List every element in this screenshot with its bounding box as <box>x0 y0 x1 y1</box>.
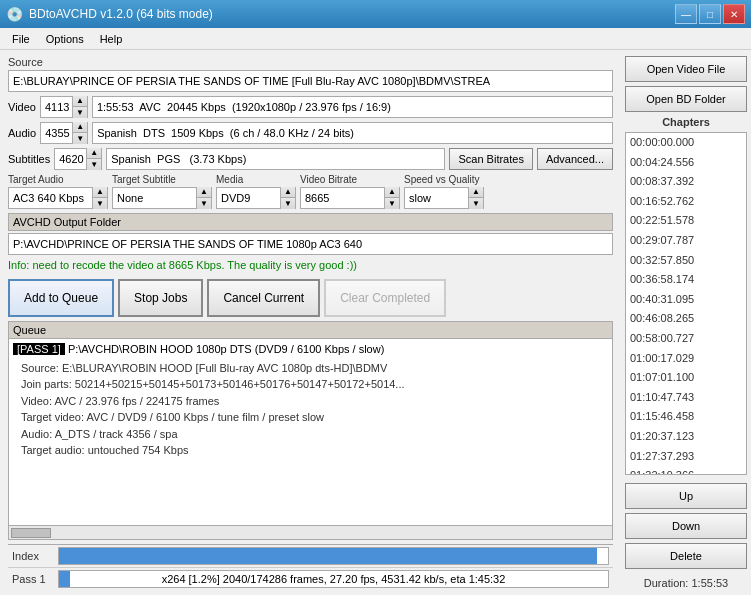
chapter-item-7[interactable]: 00:36:58.174 <box>626 270 746 290</box>
video-spin-value: 4113 <box>41 99 72 115</box>
audio-info[interactable] <box>92 122 613 144</box>
output-folder-path[interactable] <box>8 233 613 255</box>
speed-up[interactable]: ▲ <box>469 187 483 198</box>
cancel-current-button[interactable]: Cancel Current <box>207 279 320 317</box>
video-spin-down[interactable]: ▼ <box>73 107 87 118</box>
queue-line-2: Join parts: 50214+50215+50145+50173+5014… <box>13 376 608 393</box>
chapter-item-6[interactable]: 00:32:57.850 <box>626 251 746 271</box>
queue-line-6: Target audio: untouched 754 Kbps <box>13 442 608 459</box>
speed-value: slow <box>405 190 468 206</box>
subtitles-info[interactable] <box>106 148 445 170</box>
audio-spin-down[interactable]: ▼ <box>73 133 87 144</box>
app-title: BDtoAVCHD v1.2.0 (64 bits mode) <box>29 7 213 21</box>
pass-progress-bar-container: x264 [1.2%] 2040/174286 frames, 27.20 fp… <box>58 570 609 588</box>
target-audio-down[interactable]: ▼ <box>93 198 107 209</box>
chapter-item-2[interactable]: 00:08:37.392 <box>626 172 746 192</box>
chapter-item-5[interactable]: 00:29:07.787 <box>626 231 746 251</box>
chapter-item-9[interactable]: 00:46:08.265 <box>626 309 746 329</box>
output-folder-label: AVCHD Output Folder <box>8 213 613 231</box>
chapter-item-4[interactable]: 00:22:51.578 <box>626 211 746 231</box>
menu-options[interactable]: Options <box>38 31 92 47</box>
close-button[interactable]: ✕ <box>723 4 745 24</box>
chapter-item-15[interactable]: 01:20:37.123 <box>626 427 746 447</box>
video-bitrate-value: 8665 <box>301 190 384 206</box>
media-value: DVD9 <box>217 190 280 206</box>
chapter-item-0[interactable]: 00:00:00.000 <box>626 133 746 153</box>
target-subtitle-up[interactable]: ▲ <box>197 187 211 198</box>
down-button[interactable]: Down <box>625 513 747 539</box>
scrollbar-thumb[interactable] <box>11 528 51 538</box>
source-label: Source <box>8 56 613 68</box>
window-controls: — □ ✕ <box>675 4 745 24</box>
minimize-button[interactable]: — <box>675 4 697 24</box>
audio-spin-up[interactable]: ▲ <box>73 122 87 133</box>
chapters-title: Chapters <box>625 116 747 128</box>
media-label: Media <box>216 174 296 185</box>
chapter-item-17[interactable]: 01:32:19.366 <box>626 466 746 475</box>
target-subtitle-label: Target Subtitle <box>112 174 212 185</box>
index-progress-label: Index <box>12 550 54 562</box>
media-up[interactable]: ▲ <box>281 187 295 198</box>
speed-label: Speed vs Quality <box>404 174 484 185</box>
pass-progress-label: Pass 1 <box>12 573 54 585</box>
pass-progress-text: x264 [1.2%] 2040/174286 frames, 27.20 fp… <box>59 571 608 587</box>
delete-button[interactable]: Delete <box>625 543 747 569</box>
video-bitrate-down[interactable]: ▼ <box>385 198 399 209</box>
index-progress-bar-container <box>58 547 609 565</box>
target-audio-value: AC3 640 Kbps <box>9 190 92 206</box>
chapter-item-11[interactable]: 01:00:17.029 <box>626 349 746 369</box>
queue-line-0: P:\AVCHD\ROBIN HOOD 1080p DTS (DVD9 / 61… <box>68 343 384 355</box>
video-bitrate-up[interactable]: ▲ <box>385 187 399 198</box>
menu-file[interactable]: File <box>4 31 38 47</box>
queue-line-1: Source: E:\BLURAY\ROBIN HOOD [Full Blu-r… <box>13 360 608 377</box>
chapter-item-12[interactable]: 01:07:01.100 <box>626 368 746 388</box>
index-progress-bar <box>59 548 597 564</box>
duration-text: Duration: 1:55:53 <box>625 577 747 589</box>
chapter-item-16[interactable]: 01:27:37.293 <box>626 447 746 467</box>
chapter-item-10[interactable]: 00:58:00.727 <box>626 329 746 349</box>
video-spin-up[interactable]: ▲ <box>73 96 87 107</box>
queue-list: [PASS 1] P:\AVCHD\ROBIN HOOD 1080p DTS (… <box>9 339 612 525</box>
queue-horizontal-scrollbar[interactable] <box>8 526 613 540</box>
subtitles-spin-value: 4620 <box>55 151 86 167</box>
video-bitrate-label: Video Bitrate <box>300 174 400 185</box>
chapter-item-1[interactable]: 00:04:24.556 <box>626 153 746 173</box>
subtitles-spin-down[interactable]: ▼ <box>87 159 101 170</box>
chapter-item-13[interactable]: 01:10:47.743 <box>626 388 746 408</box>
queue-pass-badge: [PASS 1] <box>13 343 65 355</box>
audio-spin-value: 4355 <box>41 125 72 141</box>
target-audio-up[interactable]: ▲ <box>93 187 107 198</box>
open-video-file-button[interactable]: Open Video File <box>625 56 747 82</box>
advanced-button[interactable]: Advanced... <box>537 148 613 170</box>
target-subtitle-down[interactable]: ▼ <box>197 198 211 209</box>
speed-down[interactable]: ▼ <box>469 198 483 209</box>
add-to-queue-button[interactable]: Add to Queue <box>8 279 114 317</box>
chapters-list[interactable]: 00:00:00.000 00:04:24.556 00:08:37.392 0… <box>625 132 747 475</box>
info-text: Info: need to recode the video at 8665 K… <box>8 259 613 271</box>
menu-help[interactable]: Help <box>92 31 131 47</box>
audio-label: Audio <box>8 127 36 139</box>
chapter-item-3[interactable]: 00:16:52.762 <box>626 192 746 212</box>
media-down[interactable]: ▼ <box>281 198 295 209</box>
clear-completed-button[interactable]: Clear Completed <box>324 279 446 317</box>
app-icon: 💿 <box>6 6 23 22</box>
stop-jobs-button[interactable]: Stop Jobs <box>118 279 203 317</box>
target-subtitle-value: None <box>113 190 196 206</box>
queue-line-3: Video: AVC / 23.976 fps / 224175 frames <box>13 393 608 410</box>
open-bd-folder-button[interactable]: Open BD Folder <box>625 86 747 112</box>
chapter-item-8[interactable]: 00:40:31.095 <box>626 290 746 310</box>
up-button[interactable]: Up <box>625 483 747 509</box>
menu-bar: File Options Help <box>0 28 751 50</box>
source-path[interactable] <box>8 70 613 92</box>
subtitles-label: Subtitles <box>8 153 50 165</box>
target-audio-label: Target Audio <box>8 174 108 185</box>
subtitles-spin-up[interactable]: ▲ <box>87 148 101 159</box>
maximize-button[interactable]: □ <box>699 4 721 24</box>
video-info[interactable] <box>92 96 613 118</box>
scan-bitrates-button[interactable]: Scan Bitrates <box>449 148 532 170</box>
queue-line-4: Target video: AVC / DVD9 / 6100 Kbps / t… <box>13 409 608 426</box>
chapter-item-14[interactable]: 01:15:46.458 <box>626 407 746 427</box>
queue-line-5: Audio: A_DTS / track 4356 / spa <box>13 426 608 443</box>
video-label: Video <box>8 101 36 113</box>
queue-label: Queue <box>8 321 613 339</box>
